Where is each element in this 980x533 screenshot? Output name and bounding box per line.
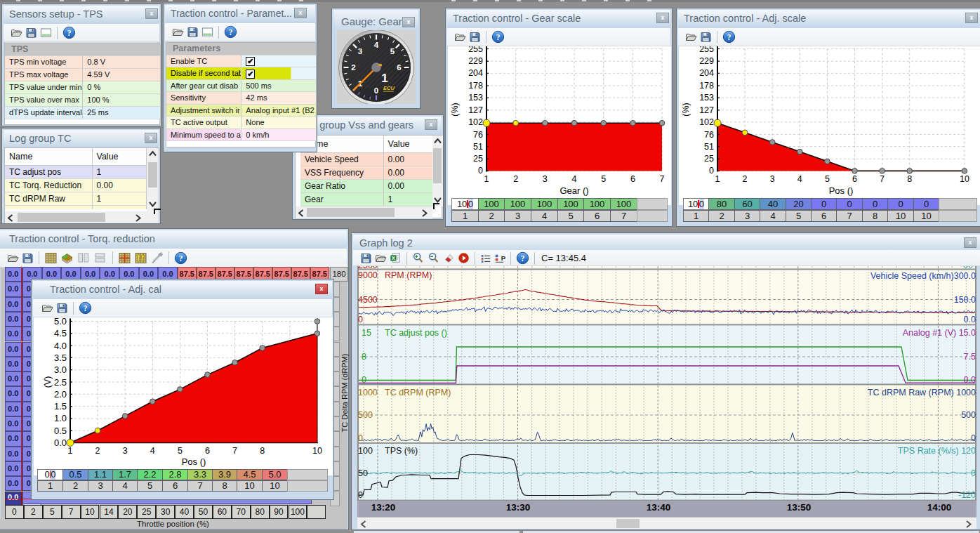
svg-text:0.0: 0.0: [964, 375, 976, 385]
svg-text:6: 6: [205, 446, 210, 456]
svg-text:1: 1: [68, 446, 73, 456]
svg-text:100: 100: [358, 446, 373, 456]
svg-text:2: 2: [95, 446, 100, 456]
svg-text:0: 0: [362, 375, 366, 385]
svg-text:150.0: 150.0: [954, 295, 976, 305]
svg-text:4.5: 4.5: [54, 328, 67, 338]
svg-text:229: 229: [468, 56, 483, 66]
svg-text:50: 50: [358, 468, 368, 478]
svg-text:Analog #1 (V) 15.0: Analog #1 (V) 15.0: [903, 328, 976, 338]
svg-text:2.5: 2.5: [54, 377, 67, 388]
svg-text:-120: -120: [958, 490, 976, 500]
svg-text:127: 127: [468, 105, 483, 115]
svg-text:4500: 4500: [358, 295, 378, 305]
svg-text:15: 15: [362, 328, 371, 338]
svg-text:RPM (RPM): RPM (RPM): [385, 270, 432, 280]
svg-text:4: 4: [374, 41, 379, 49]
svg-text:0.0: 0.0: [54, 437, 67, 448]
svg-text:0: 0: [709, 166, 714, 176]
svg-text:0.0: 0.0: [964, 315, 976, 324]
svg-text:-00-: -00-: [960, 266, 976, 270]
svg-text:255: 255: [699, 46, 714, 54]
svg-text:25: 25: [473, 154, 483, 164]
svg-text:76: 76: [704, 130, 714, 140]
svg-text:25: 25: [704, 154, 714, 164]
svg-text:3: 3: [123, 446, 128, 456]
svg-text:5: 5: [178, 446, 183, 456]
svg-text:1: 1: [381, 72, 388, 85]
svg-text:4: 4: [150, 446, 155, 456]
svg-text:(V): (V): [43, 376, 53, 388]
svg-text:76: 76: [473, 130, 483, 140]
svg-text:(%): (%): [681, 103, 691, 116]
svg-text:5: 5: [601, 174, 606, 184]
svg-text:102: 102: [468, 117, 483, 127]
svg-text:0.5: 0.5: [54, 426, 67, 436]
svg-text:?: ?: [229, 28, 233, 37]
svg-text:5: 5: [825, 174, 830, 184]
svg-text:4: 4: [572, 174, 577, 184]
svg-text:Vehicle Speed (km/h)300.0: Vehicle Speed (km/h)300.0: [870, 271, 976, 281]
svg-text:2: 2: [513, 174, 518, 184]
svg-text:178: 178: [468, 81, 483, 91]
svg-text:5.0: 5.0: [54, 317, 67, 327]
svg-text:178: 178: [699, 81, 714, 91]
svg-text:51: 51: [473, 142, 483, 152]
svg-text:153: 153: [468, 93, 483, 103]
svg-text:0: 0: [971, 468, 976, 478]
svg-text:6: 6: [397, 63, 401, 72]
svg-text:TPS (%): TPS (%): [385, 446, 418, 456]
svg-text:?: ?: [727, 33, 731, 41]
svg-text:229: 229: [699, 56, 714, 66]
svg-text:Gear (): Gear (): [559, 185, 588, 196]
svg-text:?: ?: [84, 304, 88, 312]
svg-text:8: 8: [362, 352, 366, 362]
svg-text:51: 51: [704, 142, 714, 152]
svg-text:1: 1: [715, 174, 720, 184]
svg-text:6: 6: [852, 174, 857, 184]
svg-text:2: 2: [351, 63, 355, 72]
svg-text:0: 0: [358, 490, 363, 500]
svg-text:500: 500: [358, 410, 373, 420]
svg-text:TC dRPM Raw (RPM) 1000: TC dRPM Raw (RPM) 1000: [868, 388, 976, 397]
svg-text:TC adjust pos (): TC adjust pos (): [385, 328, 447, 338]
svg-text:4.0: 4.0: [54, 341, 67, 351]
svg-text:0: 0: [478, 166, 483, 176]
svg-text:9000: 9000: [358, 270, 378, 280]
svg-text:153: 153: [699, 93, 714, 103]
svg-text:3.0: 3.0: [54, 364, 67, 375]
svg-text:204: 204: [699, 68, 714, 78]
svg-text:2: 2: [743, 174, 748, 184]
svg-text:7: 7: [660, 174, 665, 184]
svg-text:?: ?: [67, 29, 72, 37]
svg-text:3: 3: [543, 174, 548, 184]
svg-text:ECU: ECU: [383, 85, 395, 91]
svg-text:TPS Rate (%/s) 120: TPS Rate (%/s) 120: [898, 446, 976, 456]
svg-text:3.5: 3.5: [54, 353, 67, 363]
svg-text:3: 3: [770, 174, 775, 184]
svg-text:(%): (%): [450, 103, 460, 116]
svg-text:3: 3: [358, 47, 362, 55]
svg-text:X: X: [392, 255, 395, 261]
svg-text:6: 6: [630, 174, 635, 184]
svg-text:Pos (): Pos (): [829, 185, 854, 196]
svg-text:1.5: 1.5: [54, 401, 67, 412]
svg-text:8: 8: [907, 174, 912, 184]
svg-text:1.0: 1.0: [54, 413, 67, 423]
svg-text:TC dRPM (RPM): TC dRPM (RPM): [385, 388, 451, 397]
svg-text:P: P: [501, 254, 505, 262]
svg-text:10: 10: [960, 174, 969, 184]
svg-text:5: 5: [390, 47, 395, 55]
svg-text:1: 1: [484, 174, 489, 184]
svg-text:102: 102: [699, 117, 714, 127]
svg-text:7: 7: [232, 446, 237, 456]
svg-text:4: 4: [797, 174, 802, 184]
svg-text:0: 0: [374, 86, 378, 95]
svg-text:500: 500: [961, 410, 976, 420]
svg-text:0: 0: [971, 433, 976, 443]
svg-text:255: 255: [468, 46, 483, 54]
svg-text:2.0: 2.0: [54, 389, 67, 400]
svg-text:7: 7: [880, 174, 885, 184]
svg-text:Pos (): Pos (): [182, 456, 206, 467]
svg-text:204: 204: [468, 68, 483, 78]
